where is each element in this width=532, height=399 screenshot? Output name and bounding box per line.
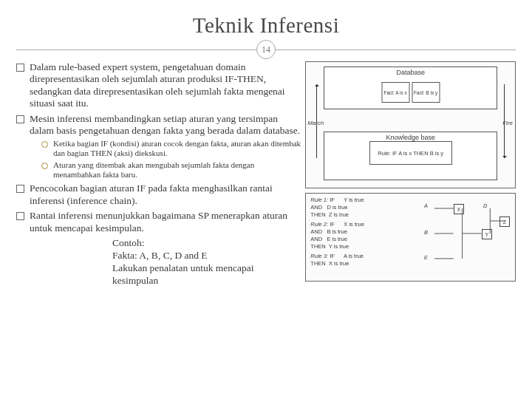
diagram-inference-chain: Rule 1: IF Y is true AND D is true THEN …	[305, 193, 516, 282]
sub-bullet: Ketika bagian IF (kondisi) aturan cocok …	[41, 139, 301, 159]
sub-bullet: Aturan yang ditembak akan mengubah sejum…	[41, 160, 301, 180]
example-block: Contoh: Fakta: A, B, C, D and E Lakukan …	[112, 237, 301, 287]
divider: 14	[16, 41, 516, 58]
diagram-inference-cycle: Database Fact: A is x Fact: B is y Knowl…	[305, 61, 516, 188]
bullet: Rantai inferensi menunjukkan bagaimana S…	[16, 210, 301, 234]
bullet: Mesin inferensi membandingkan setiap atu…	[16, 113, 301, 180]
match-label: Match	[307, 120, 324, 126]
bullet: Pencocokan bagian aturan IF pada fakta m…	[16, 183, 301, 207]
fire-label: Fire	[502, 120, 513, 126]
fact-card: Fact: B is y	[412, 82, 440, 103]
slide-number-badge: 14	[256, 40, 276, 59]
rule-card: Rule: IF A is x THEN B is y	[369, 141, 452, 165]
slide-title: Teknik Inferensi	[16, 13, 516, 38]
body-text: Dalam rule-based expert system, pengetah…	[16, 61, 301, 287]
bullet: Dalam rule-based expert system, pengetah…	[16, 61, 301, 110]
fact-card: Fact: A is x	[381, 82, 409, 103]
